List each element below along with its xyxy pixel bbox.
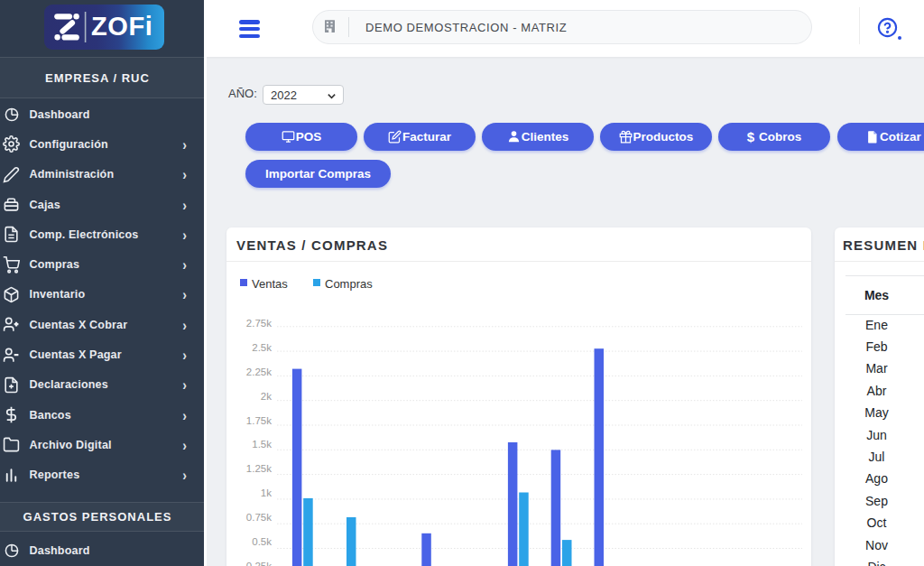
svg-text:1.25k: 1.25k — [246, 463, 272, 474]
svg-text:2k: 2k — [261, 391, 272, 402]
svg-text:2.25k: 2.25k — [246, 367, 272, 377]
svg-text:2.5k: 2.5k — [252, 342, 272, 353]
svg-text:1k: 1k — [261, 487, 272, 498]
svg-text:ZOFi: ZOFi — [91, 12, 152, 41]
svg-text:1.5k: 1.5k — [252, 439, 272, 450]
svg-text:0.75k: 0.75k — [246, 512, 272, 523]
svg-text:1.75k: 1.75k — [246, 415, 272, 426]
svg-text:2.75k: 2.75k — [246, 318, 272, 329]
svg-text:0.25k: 0.25k — [246, 561, 272, 566]
svg-text:0.5k: 0.5k — [252, 536, 272, 547]
